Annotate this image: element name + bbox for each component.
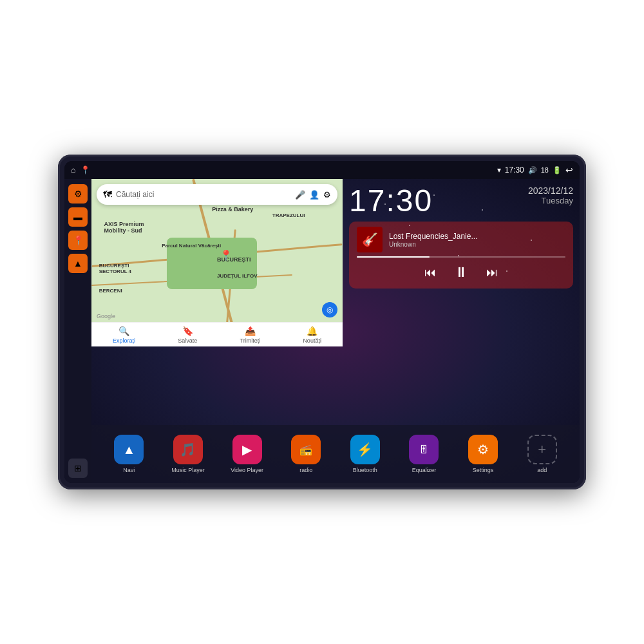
next-button[interactable]: ⏭ [484, 263, 500, 282]
wifi-icon: ▾ [497, 166, 501, 175]
add-label: add [537, 467, 547, 473]
map-section: 🗺 Căutați aici 🎤 👤 ⚙ [91, 179, 580, 425]
battery-level: 18 [541, 166, 549, 174]
music-controls: ⏮ ⏸ ⏭ [357, 261, 565, 283]
radio-label: radio [299, 467, 312, 473]
map-label-trapezului: TRAPEZULUI [272, 213, 305, 218]
bluetooth-icon: ⚡ [350, 435, 380, 464]
explore-icon: 🔍 [118, 326, 129, 336]
navi-icon: ▲ [114, 435, 144, 464]
app-add[interactable]: + add [514, 435, 570, 473]
map-tab-news[interactable]: 🔔 Noutăți [303, 326, 321, 344]
saved-icon: 🔖 [182, 326, 193, 336]
date-value: 2023/12/12 [528, 185, 573, 196]
time-display: 17:30 [349, 185, 433, 216]
bluetooth-label: Bluetooth [353, 467, 377, 473]
add-icon: + [527, 435, 557, 464]
video-player-icon: ▶ [232, 435, 262, 464]
map-label-berceni: BERCENI [99, 288, 122, 294]
weekday-value: Tuesday [528, 196, 573, 205]
map-label-sector4: BUCUREȘTISECTORUL 4 [99, 263, 131, 274]
video-player-label: Video Player [231, 467, 263, 473]
music-progress-bar[interactable] [357, 256, 565, 258]
sidebar-item-files[interactable]: ▬ [68, 207, 88, 227]
center-content: 🗺 Căutați aici 🎤 👤 ⚙ [91, 179, 580, 483]
sidebar-item-settings[interactable]: ⚙ [68, 184, 88, 204]
album-art: 🎸 [357, 227, 383, 252]
status-left: ⌂ 📍 [71, 166, 90, 175]
pause-button[interactable]: ⏸ [451, 261, 471, 283]
status-time: 17:30 [505, 166, 524, 175]
device-screen: ⌂ 📍 ▾ 17:30 🔊 18 🔋 ↩ ⚙ ▬ 📍 ▲ ⊞ [64, 161, 580, 483]
battery-icon: 🔋 [553, 166, 562, 175]
map-label-pizza: Pizza & Bakery [212, 206, 253, 213]
sidebar: ⚙ ▬ 📍 ▲ ⊞ [64, 179, 91, 483]
map-pin-parcul: 📍 [220, 249, 232, 261]
time-widget: 17:30 2023/12/12 Tuesday [349, 185, 573, 216]
my-location-button[interactable]: ◎ [322, 302, 337, 317]
map-label-axis: AXIS PremiumMobility - Sud [104, 221, 144, 234]
map-tab-saved[interactable]: 🔖 Salvate [178, 326, 197, 344]
apps-section: ▲ Navi 🎵 Music Player ▶ Video Player 📻 r… [91, 425, 580, 483]
music-widget[interactable]: 🎸 Lost Frequencies_Janie... Unknown [349, 222, 573, 289]
prev-button[interactable]: ⏮ [422, 263, 439, 282]
music-progress-fill [357, 256, 430, 258]
map-label-ilfov: JUDEȚUL ILFOV [217, 273, 258, 279]
google-maps-icon: 🗺 [103, 189, 112, 200]
saved-label: Salvate [178, 337, 197, 344]
map-search-bar[interactable]: 🗺 Căutați aici 🎤 👤 ⚙ [97, 184, 337, 205]
app-settings[interactable]: ⚙ Settings [455, 435, 511, 473]
radio-icon: 📻 [291, 435, 321, 464]
map-background: 🗺 Căutați aici 🎤 👤 ⚙ [91, 179, 343, 346]
date-display: 2023/12/12 Tuesday [528, 185, 573, 205]
send-label: Trimiteți [240, 337, 261, 344]
map-tab-send[interactable]: 📤 Trimiteți [240, 326, 261, 344]
sidebar-item-grid[interactable]: ⊞ [68, 459, 88, 478]
music-track-row: 🎸 Lost Frequencies_Janie... Unknown [357, 227, 565, 252]
map-container[interactable]: 🗺 Căutați aici 🎤 👤 ⚙ [91, 179, 343, 346]
news-label: Noutăți [303, 337, 321, 344]
main-area: ⚙ ▬ 📍 ▲ ⊞ [64, 179, 580, 483]
map-settings-icon[interactable]: ⚙ [323, 190, 331, 200]
map-label-parcul: Parcul Natural Văcărești [162, 243, 221, 249]
send-icon: 📤 [245, 326, 256, 336]
volume-icon: 🔊 [528, 166, 537, 175]
map-search-placeholder: Căutați aici [116, 190, 291, 199]
map-status-icon[interactable]: 📍 [80, 166, 90, 175]
explore-label: Explorați [113, 337, 135, 344]
settings-icon: ⚙ [468, 435, 498, 464]
equalizer-label: Equalizer [412, 467, 437, 473]
sidebar-item-navigation[interactable]: ▲ [68, 254, 88, 273]
status-right: ▾ 17:30 🔊 18 🔋 ↩ [497, 165, 573, 175]
car-unit: ⌂ 📍 ▾ 17:30 🔊 18 🔋 ↩ ⚙ ▬ 📍 ▲ ⊞ [58, 155, 586, 489]
google-logo: Google [97, 313, 115, 319]
app-radio[interactable]: 📻 radio [278, 435, 334, 473]
app-video-player[interactable]: ▶ Video Player [219, 435, 275, 473]
sidebar-item-map[interactable]: 📍 [68, 231, 88, 250]
home-icon[interactable]: ⌂ [71, 166, 75, 175]
app-music-player[interactable]: 🎵 Music Player [160, 435, 216, 473]
news-icon: 🔔 [307, 326, 317, 336]
app-bluetooth[interactable]: ⚡ Bluetooth [337, 435, 393, 473]
map-tab-explore[interactable]: 🔍 Explorați [113, 326, 135, 344]
music-artist: Unknown [389, 241, 565, 248]
app-equalizer[interactable]: 🎚 Equalizer [396, 435, 452, 473]
navi-label: Navi [123, 467, 135, 473]
settings-label: Settings [473, 467, 494, 473]
account-icon[interactable]: 👤 [309, 190, 319, 200]
mic-icon[interactable]: 🎤 [295, 190, 305, 200]
right-panel: 17:30 2023/12/12 Tuesday 🎸 [343, 179, 580, 425]
music-title: Lost Frequencies_Janie... [389, 232, 565, 241]
app-navi[interactable]: ▲ Navi [101, 435, 157, 473]
music-player-label: Music Player [171, 467, 205, 473]
equalizer-icon: 🎚 [409, 435, 439, 464]
music-info: Lost Frequencies_Janie... Unknown [389, 232, 565, 248]
status-bar: ⌂ 📍 ▾ 17:30 🔊 18 🔋 ↩ [64, 161, 580, 179]
music-player-icon: 🎵 [173, 435, 203, 464]
back-icon[interactable]: ↩ [565, 165, 573, 175]
map-bottom-bar: 🔍 Explorați 🔖 Salvate 📤 Trimiteți [91, 322, 343, 346]
